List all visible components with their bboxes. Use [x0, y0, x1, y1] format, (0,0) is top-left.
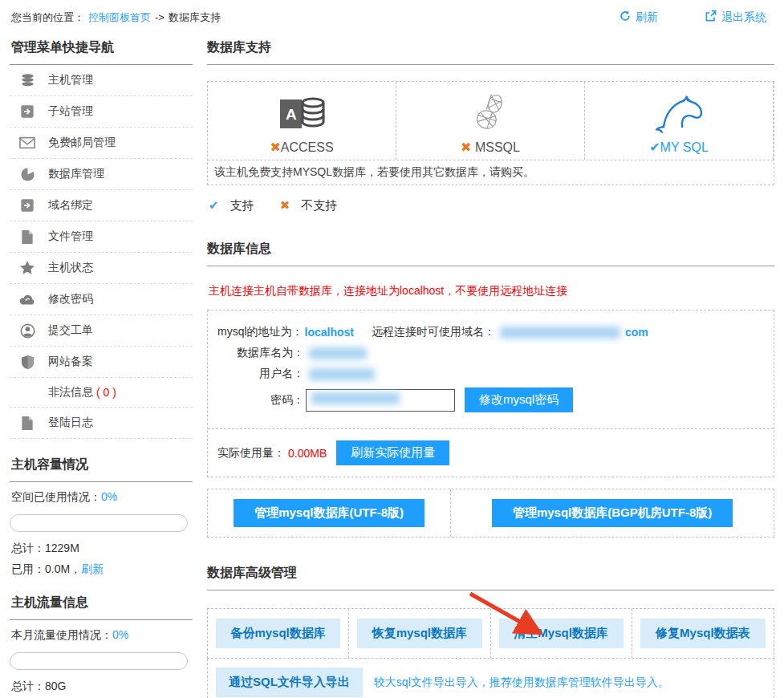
- sidebar-item-label: 域名绑定: [48, 198, 93, 213]
- sidebar-item-label: 主机管理: [48, 73, 93, 87]
- user-icon: [19, 323, 35, 339]
- breadcrumb-label: 您当前的位置：: [11, 10, 84, 25]
- topbar: 您当前的位置： 控制面板首页 -> 数据库支持 刷新 退出系统: [10, 6, 774, 33]
- refresh-label: 刷新: [636, 10, 658, 25]
- db-info-box: mysql的地址为： localhost 远程连接时可使用域名： com 数据库…: [207, 310, 774, 477]
- arrow-right-icon: [19, 197, 35, 213]
- refresh-usage-button[interactable]: 刷新实际使用量: [336, 440, 449, 465]
- check-icon: ✔: [209, 198, 219, 212]
- mysql-address-label: mysql的地址为：: [217, 325, 303, 339]
- db-support-table: A ✖ACCESS: [207, 81, 774, 185]
- sidebar-item-ticket[interactable]: 提交工单: [10, 315, 193, 347]
- traffic-usage: 本月流量使用情况：0%: [10, 620, 193, 644]
- breadcrumb: 您当前的位置： 控制面板首页 -> 数据库支持: [11, 10, 221, 25]
- change-mysql-password-button[interactable]: 修改mysql密码: [465, 388, 573, 412]
- breadcrumb-home-link[interactable]: 控制面板首页: [88, 10, 151, 25]
- logout-icon: [705, 10, 717, 25]
- remote-domain-suffix: com: [625, 326, 648, 339]
- sidebar-item-label: 网站备案: [48, 355, 93, 369]
- sidebar-item-label: 提交工单: [48, 323, 93, 338]
- clear-cell: 清空Mysql数据库: [491, 609, 632, 658]
- sidebar-item-domain-bind[interactable]: 域名绑定: [10, 190, 193, 221]
- traffic-title: 主机流量信息: [10, 588, 193, 620]
- restore-cell: 恢复mysql数据库: [349, 609, 490, 658]
- sql-import-export-button[interactable]: 通过SQL文件导入导出: [216, 668, 363, 697]
- sidebar-item-label: 免费邮局管理: [48, 136, 116, 150]
- db-user-label: 用户名：: [217, 367, 304, 381]
- database-icon: [19, 72, 35, 88]
- password-input[interactable]: [306, 389, 455, 412]
- supported-icon: ✔: [649, 140, 660, 154]
- star-icon: [19, 260, 35, 276]
- capacity-total: 总计：1229M: [10, 535, 193, 556]
- clear-mysql-button[interactable]: 清空Mysql数据库: [499, 619, 624, 648]
- usage-value: 0.00MB: [288, 447, 327, 460]
- not-supported-icon: ✖: [270, 140, 280, 154]
- sidebar-item-host-manage[interactable]: 主机管理: [10, 65, 193, 96]
- restore-mysql-button[interactable]: 恢复mysql数据库: [357, 619, 481, 648]
- file-icon: [19, 415, 35, 431]
- db-cell-mssql: ✖ MSSQL: [396, 82, 585, 160]
- sidebar-item-mail[interactable]: 免费邮局管理: [10, 128, 193, 159]
- sidebar: 管理菜单快捷导航 主机管理 子站管理 免费邮局管理 数据库管理 域名绑定 文件管…: [10, 33, 193, 698]
- capacity-usage-label: 空间已使用情况：: [11, 490, 101, 503]
- breadcrumb-current: 数据库支持: [169, 10, 221, 25]
- capacity-title: 主机容量情况: [10, 450, 193, 482]
- password-redacted: [311, 392, 400, 404]
- sidebar-item-file-manage[interactable]: 文件管理: [10, 221, 193, 253]
- capacity-usage-value: 0%: [101, 490, 117, 503]
- db-name-row: 数据库名为：: [217, 346, 764, 360]
- pie-chart-icon: [19, 166, 35, 182]
- logout-link[interactable]: 退出系统: [705, 10, 766, 25]
- refresh-link[interactable]: 刷新: [619, 10, 658, 25]
- sidebar-item-label: 子站管理: [48, 104, 93, 119]
- sidebar-item-change-password[interactable]: 修改密码: [10, 284, 193, 315]
- sidebar-item-icp[interactable]: 网站备案: [10, 347, 193, 378]
- cloud-icon: [19, 291, 35, 307]
- traffic-progress-bar: [10, 652, 188, 670]
- cross-icon: ✖: [280, 198, 290, 212]
- backup-mysql-button[interactable]: 备份mysql数据库: [216, 619, 340, 648]
- db-user-row: 用户名：: [217, 367, 764, 381]
- shield-icon: [19, 354, 35, 370]
- db-info-warning: 主机连接主机自带数据库，连接地址为localhost，不要使用远程地址连接: [209, 284, 774, 298]
- mysql-address-value: localhost: [305, 326, 354, 339]
- main-content: 数据库支持 A ✖ACCESS: [207, 33, 774, 698]
- sidebar-item-login-log[interactable]: 登陆日志: [10, 408, 193, 439]
- svg-text:A: A: [286, 106, 297, 123]
- repair-mysql-button[interactable]: 修复Mysql数据表: [640, 619, 766, 648]
- manage-mysql-bgp-button[interactable]: 管理mysql数据库(BGP机房UTF-8版): [492, 499, 733, 527]
- db-info-title: 数据库信息: [207, 234, 774, 266]
- illegal-info-count: ( 0 ): [96, 386, 116, 399]
- capacity-refresh-link[interactable]: 刷新: [81, 562, 104, 575]
- sidebar-item-illegal-info[interactable]: 非法信息 ( 0 ): [10, 378, 193, 408]
- capacity-progress-bar: [10, 514, 188, 532]
- advanced-buttons-table: 备份mysql数据库 恢复mysql数据库 清空Mysql数据库 修复Mysql…: [207, 608, 774, 659]
- sidebar-item-label: 登陆日志: [48, 416, 93, 430]
- not-supported-icon: ✖: [461, 140, 471, 154]
- capacity-used: 已用：0.0M，刷新: [10, 556, 193, 577]
- usage-row: 实际使用量： 0.00MB 刷新实际使用量: [208, 428, 774, 477]
- refresh-icon: [619, 10, 632, 25]
- traffic-usage-value: 0%: [112, 628, 128, 641]
- mssql-db-icon: [396, 88, 584, 138]
- manage-bgp-cell: 管理mysql数据库(BGP机房UTF-8版): [451, 489, 774, 537]
- manage-utf8-cell: 管理mysql数据库(UTF-8版): [208, 489, 451, 537]
- access-db-icon: A: [208, 88, 396, 138]
- mysql-address-row: mysql的地址为： localhost 远程连接时可使用域名： com: [217, 325, 764, 339]
- usage-label: 实际使用量：: [217, 446, 285, 461]
- traffic-usage-label: 本月流量使用情况：: [11, 628, 112, 641]
- support-legend: ✔支持 ✖不支持: [209, 198, 774, 213]
- manage-mysql-utf8-button[interactable]: 管理mysql数据库(UTF-8版): [234, 499, 424, 527]
- db-name-redacted: [309, 347, 367, 359]
- sidebar-item-database-manage[interactable]: 数据库管理: [10, 159, 193, 190]
- db-advanced-title: 数据库高级管理: [207, 558, 774, 590]
- traffic-total: 总计：80G: [10, 673, 193, 694]
- db-password-label: 密码：: [217, 393, 304, 408]
- advanced-area: 备份mysql数据库 恢复mysql数据库 清空Mysql数据库 修复Mysql…: [207, 608, 774, 698]
- mysql-label: ✔MY SQL: [585, 138, 773, 155]
- sidebar-item-host-status[interactable]: 主机状态: [10, 253, 193, 284]
- repair-cell: 修复Mysql数据表: [632, 609, 774, 658]
- sidebar-item-substation[interactable]: 子站管理: [10, 96, 193, 128]
- mysql-dolphin-icon: [585, 88, 773, 138]
